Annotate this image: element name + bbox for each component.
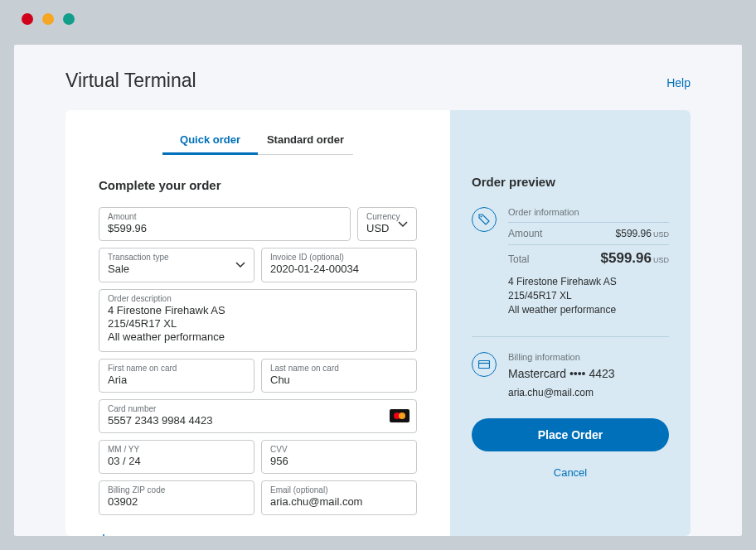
preview-email: aria.chu@mail.com	[508, 387, 669, 398]
email-field[interactable]: Email (optional)	[261, 480, 417, 514]
first-name-label: First name on card	[108, 364, 245, 373]
preview-description: 4 Firestone Firehawk AS 215/45R17 XL All…	[508, 275, 669, 316]
preview-total-value: $599.96USD	[601, 250, 669, 267]
first-name-input[interactable]	[108, 374, 245, 387]
tab-quick-order[interactable]: Quick order	[162, 125, 258, 155]
add-shipping-address-label: Add a shipping address	[117, 533, 230, 537]
add-shipping-address-link[interactable]: Add a shipping address	[99, 533, 230, 537]
help-link[interactable]: Help	[666, 76, 691, 89]
last-name-label: Last name on card	[270, 364, 408, 373]
card-number-label: Card number	[108, 404, 408, 413]
preview-amount-label: Amount	[508, 228, 542, 239]
expiry-label: MM / YY	[108, 445, 245, 454]
invoice-id-field[interactable]: Invoice ID (optional)	[261, 248, 417, 282]
order-description-input[interactable]	[108, 304, 408, 344]
card-number-field[interactable]: Card number	[99, 399, 417, 433]
cvv-field[interactable]: CVV	[261, 440, 417, 474]
invoice-id-input[interactable]	[270, 263, 408, 276]
mastercard-icon	[390, 409, 410, 422]
cancel-button[interactable]: Cancel	[472, 466, 669, 479]
cvv-input[interactable]	[270, 455, 408, 468]
window-close-dot[interactable]	[22, 13, 33, 25]
transaction-type-value: Sale	[108, 263, 245, 276]
card-icon	[472, 352, 497, 377]
window-titlebar	[0, 0, 756, 38]
place-order-button[interactable]: Place Order	[472, 418, 669, 451]
order-info-label: Order information	[508, 207, 669, 217]
currency-value: USD	[366, 222, 408, 235]
tag-icon	[472, 207, 497, 232]
transaction-type-label: Transaction type	[108, 253, 245, 262]
window-minimize-dot[interactable]	[42, 13, 54, 25]
window-zoom-dot[interactable]	[63, 13, 75, 25]
zip-input[interactable]	[108, 495, 245, 509]
preview-total-label: Total	[508, 253, 529, 265]
plus-icon	[99, 533, 109, 537]
form-heading: Complete your order	[99, 178, 417, 192]
expiry-field[interactable]: MM / YY	[99, 440, 254, 474]
amount-field[interactable]: Amount	[99, 207, 351, 241]
amount-input[interactable]	[108, 222, 342, 235]
email-label: Email (optional)	[270, 485, 408, 495]
svg-point-0	[481, 216, 482, 218]
tab-standard-order[interactable]: Standard order	[258, 125, 353, 155]
currency-field[interactable]: Currency USD	[357, 207, 417, 241]
zip-field[interactable]: Billing ZIP code	[99, 480, 254, 514]
last-name-field[interactable]: Last name on card	[261, 359, 417, 393]
first-name-field[interactable]: First name on card	[99, 359, 254, 393]
transaction-type-field[interactable]: Transaction type Sale	[99, 248, 254, 282]
invoice-id-label: Invoice ID (optional)	[270, 253, 408, 262]
zip-label: Billing ZIP code	[108, 485, 245, 495]
currency-label: Currency	[366, 212, 408, 221]
order-type-tabs: Quick order Standard order	[99, 125, 417, 155]
billing-info-label: Billing information	[508, 352, 669, 362]
svg-rect-1	[479, 361, 490, 369]
cvv-label: CVV	[270, 445, 408, 454]
email-input[interactable]	[270, 495, 408, 509]
preview-amount-value: $599.96USD	[616, 228, 669, 239]
expiry-input[interactable]	[108, 455, 245, 468]
amount-label: Amount	[108, 212, 342, 221]
order-description-field[interactable]: Order description	[99, 289, 417, 352]
preview-card-masked: Mastercard •••• 4423	[508, 367, 669, 380]
last-name-input[interactable]	[270, 374, 408, 387]
order-description-label: Order description	[108, 294, 408, 303]
card-number-input[interactable]	[108, 414, 408, 427]
preview-heading: Order preview	[472, 175, 669, 189]
page-title: Virtual Terminal	[65, 70, 196, 92]
